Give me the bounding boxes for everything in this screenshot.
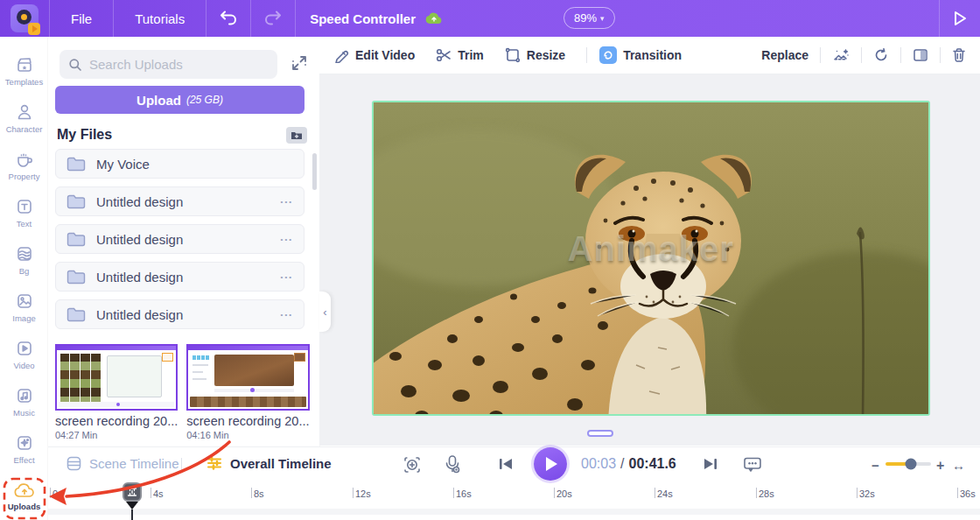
- canvas-zoom-dropdown[interactable]: 89% ▾: [564, 7, 615, 29]
- previous-scene-button[interactable]: [498, 457, 514, 471]
- search-icon: [68, 58, 82, 72]
- remove-background-button[interactable]: [832, 47, 850, 63]
- upload-quota: (25 GB): [186, 94, 223, 106]
- divider: [181, 458, 182, 471]
- menu-tutorials[interactable]: Tutorials: [114, 0, 206, 37]
- timeline-zoom-slider[interactable]: [886, 462, 931, 466]
- edit-video-button[interactable]: Edit Video: [333, 47, 415, 63]
- transition-button[interactable]: Transition: [599, 46, 682, 64]
- folder-icon: [66, 194, 86, 209]
- sidebar-item-property[interactable]: Property: [0, 142, 48, 189]
- slider-thumb[interactable]: [906, 459, 917, 470]
- sidebar-item-label: Text: [17, 219, 32, 228]
- upload-cloud-icon: [13, 481, 36, 499]
- chevron-left-icon: ‹: [323, 306, 326, 319]
- subtitles-button[interactable]: [743, 456, 762, 473]
- file-thumbnail-2[interactable]: [186, 344, 309, 411]
- app-logo[interactable]: [0, 0, 49, 37]
- next-scene-button[interactable]: [703, 457, 718, 471]
- canvas-area: Animaker: [319, 74, 980, 446]
- redo-button[interactable]: [251, 0, 295, 37]
- element-drag-handle[interactable]: [587, 430, 613, 437]
- tab-overall-timeline[interactable]: Overall Timeline: [206, 455, 332, 471]
- divider: [820, 47, 821, 63]
- folder-icon: [66, 157, 86, 172]
- rotate-button[interactable]: [873, 47, 889, 63]
- sidebar-item-templates[interactable]: Templates: [0, 47, 48, 95]
- replace-button[interactable]: Replace: [761, 48, 808, 62]
- undo-icon: [220, 11, 237, 26]
- character-icon: [15, 102, 34, 122]
- menu-file[interactable]: File: [50, 0, 113, 37]
- file-duration: 04:16 Min: [186, 430, 309, 440]
- timeline-ruler[interactable]: 0s 4s 8s 12s 16s 20s 24s 28s 32s 36s: [48, 481, 980, 515]
- sidebar-item-image[interactable]: Image: [0, 284, 48, 331]
- play-outline-icon: [952, 10, 968, 27]
- timeline-zoom-in-button[interactable]: +: [936, 458, 944, 474]
- overall-timeline-icon: [206, 455, 223, 471]
- playhead[interactable]: [122, 482, 142, 520]
- divider: [861, 47, 862, 63]
- folder-row-untitled-4[interactable]: Untitled design •••: [55, 299, 304, 329]
- folder-row-my-voice[interactable]: My Voice: [55, 149, 304, 179]
- selected-video-element[interactable]: Animaker: [372, 101, 930, 416]
- file-item: screen recording 20... 04:27 Min: [55, 344, 178, 440]
- undo-button[interactable]: [206, 0, 250, 37]
- sidebar-item-video[interactable]: Video: [0, 331, 48, 378]
- collapse-panel-tab[interactable]: ‹: [319, 292, 331, 332]
- delete-button[interactable]: [952, 47, 966, 63]
- redo-icon: [264, 11, 282, 26]
- sidebar-item-bg[interactable]: Bg: [0, 236, 48, 284]
- current-time: 00:03: [581, 456, 616, 472]
- fit-timeline-button[interactable]: ↔: [952, 458, 963, 473]
- preview-play-button[interactable]: [940, 10, 980, 27]
- folder-options-icon[interactable]: •••: [281, 311, 293, 319]
- sidebar-item-effect[interactable]: Effect: [0, 425, 48, 473]
- sidebar-item-music[interactable]: Music: [0, 378, 48, 425]
- split-layout-button[interactable]: [913, 48, 928, 62]
- folder-icon: [66, 232, 86, 247]
- file-item: screen recording 20... 04:16 Min: [186, 344, 309, 440]
- upload-button[interactable]: Upload (25 GB): [55, 86, 304, 114]
- sidebar-item-label: Music: [13, 408, 35, 418]
- trim-button[interactable]: Trim: [436, 47, 484, 63]
- templates-icon: [15, 55, 34, 74]
- folder-list: My Voice Untitled design ••• Untitled de…: [55, 149, 304, 337]
- folder-row-untitled-3[interactable]: Untitled design •••: [55, 262, 304, 292]
- file-thumbnail-1[interactable]: [55, 344, 178, 411]
- folder-options-icon[interactable]: •••: [281, 273, 293, 281]
- timeline-play-button[interactable]: [534, 447, 567, 481]
- folder-options-icon[interactable]: •••: [281, 198, 293, 206]
- resize-icon: [505, 47, 521, 63]
- resize-button[interactable]: Resize: [505, 47, 565, 63]
- sidebar-item-label: Templates: [5, 77, 43, 87]
- timeline-zoom-out-button[interactable]: −: [872, 458, 879, 473]
- create-folder-button[interactable]: [286, 127, 307, 144]
- sidebar-item-label: Image: [12, 313, 35, 323]
- panel-scrollbar[interactable]: [312, 153, 317, 190]
- asset-sidebar: Templates Character Property Text Bg Ima…: [0, 37, 48, 520]
- tab-scene-timeline[interactable]: Scene Timeline: [66, 455, 179, 472]
- sidebar-item-uploads[interactable]: Uploads: [0, 473, 48, 520]
- search-uploads-input[interactable]: [89, 57, 269, 72]
- divider: [586, 47, 587, 63]
- project-title[interactable]: Speed Controller: [310, 11, 416, 26]
- sidebar-item-character[interactable]: Character: [0, 95, 48, 142]
- voiceover-mic-button[interactable]: [444, 454, 461, 475]
- background-icon: [15, 244, 34, 264]
- folder-options-icon[interactable]: •••: [281, 235, 293, 243]
- folder-row-untitled-1[interactable]: Untitled design •••: [55, 186, 304, 216]
- sidebar-item-label: Uploads: [8, 502, 40, 511]
- sidebar-item-text[interactable]: Text: [0, 189, 48, 236]
- scene-timeline-icon: [66, 455, 82, 472]
- search-uploads-field[interactable]: [60, 50, 277, 79]
- focus-scene-button[interactable]: [402, 455, 422, 474]
- expand-panel-icon[interactable]: [290, 53, 309, 73]
- file-name: screen recording 20...: [186, 414, 309, 428]
- time-display: 00:03 / 00:41.6: [581, 456, 676, 472]
- rotate-icon: [873, 47, 889, 63]
- sidebar-item-label: Bg: [19, 266, 30, 276]
- divider: [940, 47, 941, 63]
- folder-row-untitled-2[interactable]: Untitled design •••: [55, 224, 304, 254]
- context-toolbar: Edit Video Trim Resize Transition Replac…: [319, 37, 980, 74]
